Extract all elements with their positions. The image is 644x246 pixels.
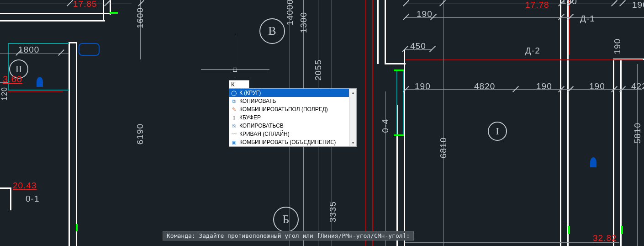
- autocomplete-item-label: КОПИРОВАТЬ: [239, 98, 276, 104]
- autocomplete-item-copy[interactable]: ⧉ КОПИРОВАТЬ: [229, 97, 356, 105]
- buffer-icon: ▯: [230, 114, 238, 121]
- dim-17-85: 17.85: [73, 0, 97, 9]
- circle-icon: ◯: [230, 89, 238, 96]
- dim-14000: 14000: [285, 0, 295, 26]
- autocomplete-item-buffer[interactable]: ▯ КБУФЕР: [229, 113, 356, 122]
- autocomplete-dropdown[interactable]: ◯ К (КРУГ) ⧉ КОПИРОВАТЬ ✎ КОМБИНИРОВАТЬП…: [229, 88, 357, 147]
- dim-3-60: 3.60: [3, 74, 22, 85]
- dim-D1: Д-1: [580, 14, 595, 24]
- autocomplete-item-circle[interactable]: ◯ К (КРУГ): [229, 89, 356, 97]
- dim-0-4: 0-4: [380, 119, 391, 133]
- gridmark-label: Б: [283, 213, 290, 226]
- dim-0-1: 0-1: [26, 194, 39, 204]
- dim-1800: 1800: [18, 45, 39, 55]
- dim-1600: 1600: [135, 7, 145, 28]
- crosshair-pickbox: [233, 68, 237, 72]
- dim-190e: 190: [536, 81, 552, 91]
- gridmark-B: В: [259, 18, 285, 44]
- roommark-I: I: [488, 122, 507, 141]
- dim-190b: 190: [561, 0, 577, 6]
- autocomplete-item-combine[interactable]: ▣ КОМБИНИРОВАТЬ (ОБЪЕДИНЕНИЕ): [229, 138, 356, 146]
- roommark-label: I: [496, 125, 499, 137]
- autocomplete-item-matchprop[interactable]: ⎘ КОПИРОВАТЬСВ: [229, 122, 356, 130]
- dynamic-input[interactable]: К: [229, 80, 249, 88]
- dynamic-input-value: К: [231, 81, 235, 88]
- dim-17-78: 17.78: [525, 0, 549, 10]
- autocomplete-item-label: К (КРУГ): [239, 90, 261, 96]
- autocomplete-item-label: КБУФЕР: [239, 114, 261, 121]
- dim-32-82: 32.82: [593, 233, 617, 243]
- spline-icon: 〰: [230, 130, 238, 138]
- roommark-label: II: [16, 63, 22, 75]
- dim-120: 120: [0, 87, 9, 101]
- autocomplete-scrollbar[interactable]: ▴ ▾: [349, 89, 356, 146]
- gridmark-label: В: [268, 24, 276, 38]
- cad-drawing-canvas[interactable]: В Б I II 17.85 1600 1800 3.60 14000 120 …: [0, 0, 644, 246]
- dim-190f: 190: [589, 81, 605, 91]
- scroll-up-icon[interactable]: ▴: [349, 89, 356, 96]
- command-line[interactable]: Команда: Задайте противоположный угол ил…: [163, 231, 414, 241]
- autocomplete-item-polyedit[interactable]: ✎ КОМБИНИРОВАТЬПОЛ (ПОЛРЕД): [229, 105, 356, 113]
- dim-190g: 190: [632, 0, 644, 10]
- command-line-text: Команда: Задайте противоположный угол ил…: [167, 232, 410, 239]
- dim-190d: 190: [415, 81, 431, 91]
- dim-D2: Д-2: [525, 46, 540, 56]
- autocomplete-item-spline[interactable]: 〰 КРИВАЯ (СПЛАЙН): [229, 130, 356, 138]
- copy-icon: ⧉: [230, 97, 238, 105]
- dim-20-43: 20.43: [13, 181, 37, 191]
- dim-2055: 2055: [313, 59, 323, 80]
- combine-icon: ▣: [230, 139, 238, 146]
- scroll-down-icon[interactable]: ▾: [349, 139, 356, 146]
- autocomplete-item-label: КОМБИНИРОВАТЬ (ОБЪЕДИНЕНИЕ): [239, 139, 336, 145]
- dim-5810: 5810: [633, 123, 643, 144]
- autocomplete-item-label: КОМБИНИРОВАТЬПОЛ (ПОЛРЕД): [239, 106, 328, 112]
- dim-6810: 6810: [438, 137, 449, 158]
- autocomplete-item-label: КОПИРОВАТЬСВ: [239, 123, 284, 129]
- dim-1300: 1300: [299, 12, 309, 33]
- dim-190a: 190: [417, 9, 433, 19]
- dim-422: 422: [631, 81, 644, 91]
- dim-6190: 6190: [135, 123, 145, 144]
- autocomplete-item-label: КРИВАЯ (СПЛАЙН): [239, 131, 290, 137]
- dim-4820: 4820: [474, 81, 495, 91]
- gridmark-Bsmall: Б: [273, 207, 299, 232]
- matchprop-icon: ⎘: [230, 122, 238, 129]
- polyedit-icon: ✎: [230, 106, 238, 113]
- dim-450: 450: [410, 41, 426, 51]
- dim-190c: 190: [612, 38, 623, 54]
- dim-3335: 3335: [328, 201, 338, 222]
